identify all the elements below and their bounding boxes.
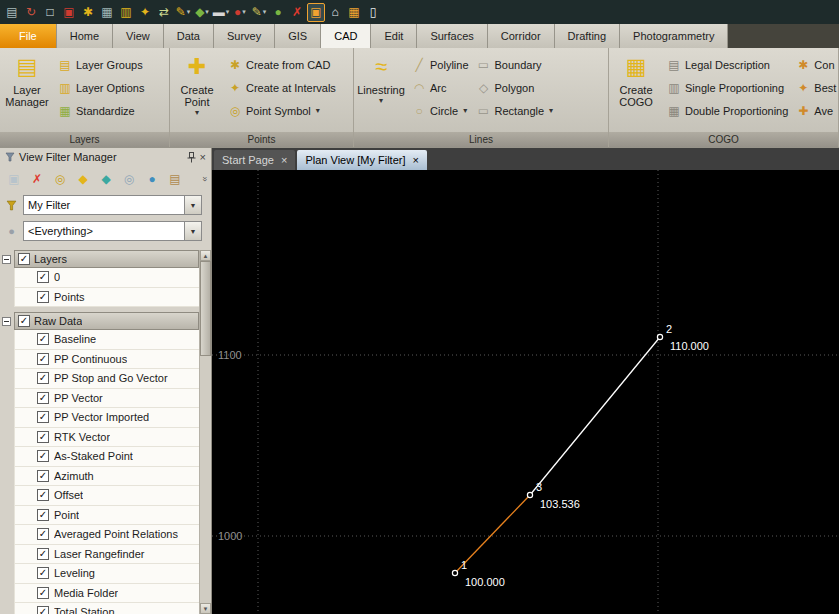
- document-tab-plan-view-my-filter[interactable]: Plan View [My Filter]×: [297, 150, 427, 170]
- ribbon-tab-edit[interactable]: Edit: [371, 24, 417, 48]
- panel-close-icon[interactable]: ×: [200, 152, 206, 163]
- tree-item-averaged-point-relations[interactable]: Averaged Point Relations: [14, 525, 199, 545]
- scrollbar-track[interactable]: [200, 356, 211, 603]
- paste-icon[interactable]: ▤: [3, 3, 21, 22]
- home-icon[interactable]: ⌂: [326, 3, 344, 22]
- checkbox[interactable]: [37, 450, 49, 462]
- ribbon-item-circle[interactable]: ○Circle▾: [408, 99, 473, 122]
- ribbon-tab-file[interactable]: File: [0, 24, 57, 48]
- point-style-icon[interactable]: ●▾: [231, 3, 249, 22]
- settings-gear-icon[interactable]: ✱: [79, 3, 97, 22]
- checkbox[interactable]: [37, 291, 49, 303]
- ribbon-tab-photogrammetry[interactable]: Photogrammetry: [620, 24, 728, 48]
- dropdown-arrow-icon[interactable]: ▾: [263, 8, 267, 16]
- ribbon-item-layer-options[interactable]: ▥Layer Options: [54, 76, 148, 99]
- ribbon-tab-view[interactable]: View: [113, 24, 164, 48]
- draw-settings-icon[interactable]: ✎▾: [250, 3, 268, 22]
- ribbon-item-single-proportioning[interactable]: ▥Single Proportioning: [663, 76, 792, 99]
- checkbox[interactable]: [37, 528, 49, 540]
- scrollbar-down-icon[interactable]: ▼: [200, 603, 211, 614]
- print-icon[interactable]: ▦: [98, 3, 116, 22]
- scope-combobox[interactable]: <Everything> ▼: [23, 221, 202, 241]
- tree-item-pp-stop-and-go-vector[interactable]: PP Stop and Go Vector: [14, 369, 199, 389]
- ribbon-item-arc[interactable]: ◠Arc: [408, 76, 473, 99]
- tree-item-total-station[interactable]: Total Station: [14, 603, 199, 614]
- ribbon-tab-data[interactable]: Data: [164, 24, 214, 48]
- big-button-create-point[interactable]: ✚CreatePoint▾: [170, 51, 224, 132]
- swap-icon[interactable]: ⇄: [155, 3, 173, 22]
- plan-point-1[interactable]: [452, 570, 457, 575]
- checkbox[interactable]: [18, 253, 30, 265]
- highlight-tool-icon[interactable]: ▣: [307, 3, 325, 22]
- ribbon-item-rectangle[interactable]: ▭Rectangle▾: [473, 99, 558, 122]
- checkbox[interactable]: [37, 587, 49, 599]
- big-button-layer-manager[interactable]: ▤LayerManager: [0, 51, 54, 132]
- checkbox[interactable]: [37, 392, 49, 404]
- tree-item-leveling[interactable]: Leveling: [14, 564, 199, 584]
- tree-item-laser-rangefinder[interactable]: Laser Rangefinder: [14, 545, 199, 565]
- checkbox[interactable]: [37, 489, 49, 501]
- color-picker-icon[interactable]: ◆▾: [193, 3, 211, 22]
- ribbon-item-ave[interactable]: ✚Ave: [792, 99, 839, 122]
- point-tools-icon[interactable]: ✦: [136, 3, 154, 22]
- new-file-icon[interactable]: □: [41, 3, 59, 22]
- dropdown-arrow-icon[interactable]: ▾: [205, 8, 209, 16]
- layer-book-icon[interactable]: ▤: [165, 169, 185, 189]
- tree-item-0[interactable]: 0: [14, 268, 199, 288]
- scrollbar-thumb[interactable]: [200, 261, 211, 356]
- tree-item-pp-vector[interactable]: PP Vector: [14, 389, 199, 409]
- checkbox[interactable]: [37, 333, 49, 345]
- checkbox[interactable]: [37, 431, 49, 443]
- dropdown-arrow-icon[interactable]: ▾: [187, 8, 191, 16]
- tree-item-offset[interactable]: Offset: [14, 486, 199, 506]
- checkbox[interactable]: [37, 606, 49, 614]
- checkbox[interactable]: [37, 411, 49, 423]
- ribbon-tab-survey[interactable]: Survey: [214, 24, 275, 48]
- tab-close-icon[interactable]: ×: [412, 155, 418, 166]
- checkbox[interactable]: [37, 548, 49, 560]
- linetype-icon[interactable]: ▬▾: [212, 3, 230, 22]
- edit-pencil-icon[interactable]: ✎▾: [174, 3, 192, 22]
- tree-item-rtk-vector[interactable]: RTK Vector: [14, 428, 199, 448]
- ribbon-tab-home[interactable]: Home: [57, 24, 113, 48]
- window-icon[interactable]: ▯: [364, 3, 382, 22]
- tree-item-pp-vector-imported[interactable]: PP Vector Imported: [14, 408, 199, 428]
- delete-icon[interactable]: ✗: [288, 3, 306, 22]
- tree-item-azimuth[interactable]: Azimuth: [14, 467, 199, 487]
- ribbon-tab-surfaces[interactable]: Surfaces: [417, 24, 487, 48]
- zoom-selected-icon[interactable]: ◎: [50, 169, 70, 189]
- checkbox[interactable]: [37, 353, 49, 365]
- ribbon-tab-cad[interactable]: CAD: [321, 24, 371, 48]
- scrollbar-up-icon[interactable]: ▲: [200, 250, 211, 261]
- ribbon-item-create-from-cad[interactable]: ✱Create from CAD: [224, 53, 340, 76]
- pin-icon[interactable]: [187, 152, 196, 163]
- checkbox[interactable]: [37, 509, 49, 521]
- ribbon-item-double-proportioning[interactable]: ▦Double Proportioning: [663, 99, 792, 122]
- tree-item-baseline[interactable]: Baseline: [14, 330, 199, 350]
- ribbon-item-best[interactable]: ✦Best: [792, 76, 839, 99]
- ribbon-item-boundary[interactable]: ▭Boundary: [473, 53, 558, 76]
- checkbox[interactable]: [37, 271, 49, 283]
- tree-scrollbar[interactable]: ▲ ▼: [199, 250, 211, 614]
- sync-icon[interactable]: ↻: [22, 3, 40, 22]
- ribbon-item-polyline[interactable]: ╱Polyline: [408, 53, 473, 76]
- filter-combobox-arrow-icon[interactable]: ▼: [184, 196, 201, 214]
- ribbon-tab-gis[interactable]: GIS: [275, 24, 321, 48]
- scope-combobox-arrow-icon[interactable]: ▼: [184, 222, 201, 240]
- data-table-icon[interactable]: ▥: [117, 3, 135, 22]
- snap-icon[interactable]: ●: [269, 3, 287, 22]
- ribbon-tab-drafting[interactable]: Drafting: [555, 24, 621, 48]
- ribbon-item-con[interactable]: ✱Con: [792, 53, 839, 76]
- tree-item-as-staked-point[interactable]: As-Staked Point: [14, 447, 199, 467]
- ribbon-item-standardize[interactable]: ▦Standardize: [54, 99, 148, 122]
- tree-item-point[interactable]: Point: [14, 506, 199, 526]
- collapse-icon[interactable]: [2, 317, 11, 326]
- collapse-icon[interactable]: [2, 255, 11, 264]
- ribbon-tab-corridor[interactable]: Corridor: [488, 24, 555, 48]
- plan-point-2[interactable]: [657, 334, 662, 339]
- ribbon-item-polygon[interactable]: ◇Polygon: [473, 76, 558, 99]
- tree-item-media-folder[interactable]: Media Folder: [14, 584, 199, 604]
- big-button-create-cogo[interactable]: ▦CreateCOGO: [609, 51, 663, 132]
- checkbox[interactable]: [37, 372, 49, 384]
- tree-item-pp-continuous[interactable]: PP Continuous: [14, 350, 199, 370]
